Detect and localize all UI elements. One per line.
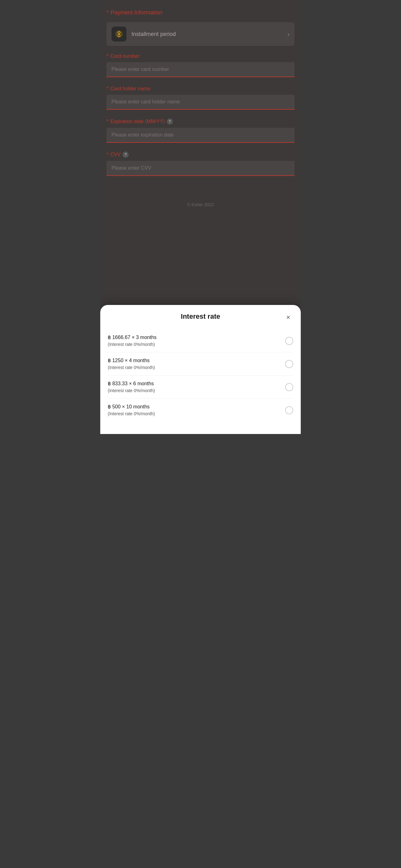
card-number-label: * Card number [106, 54, 295, 59]
close-button[interactable]: × [283, 312, 293, 322]
cvv-label: * CVV ? [106, 152, 295, 158]
bottom-sheet: Interest rate × ฿ 1666.67 × 3 months (In… [100, 305, 301, 434]
interest-option-3-amount: ฿ 833.33 × 6 months [108, 380, 155, 388]
section-title: * Payment Information [106, 9, 295, 16]
card-holder-section: * Card holder name [106, 86, 295, 117]
cvv-section: * CVV ? [106, 152, 295, 183]
card-number-section: * Card number [106, 54, 295, 85]
expiration-label-text: Expiration date (MM/YY) [110, 119, 165, 124]
section-title-text: Payment Information [110, 9, 162, 16]
interest-option-2-radio[interactable] [285, 360, 293, 368]
interest-option-4-amount: ฿ 500 × 10 months [108, 403, 155, 410]
cvv-input[interactable] [106, 161, 295, 176]
required-asterisk-exp: * [106, 119, 108, 124]
expiration-label: * Expiration date (MM/YY) ? [106, 118, 295, 125]
interest-option-4-text: ฿ 500 × 10 months (Interest rate 0%/mont… [108, 403, 155, 417]
expiration-input[interactable] [106, 128, 295, 143]
interest-option-2[interactable]: ฿ 1250 × 4 months (Interest rate 0%/mont… [108, 352, 293, 376]
interest-option-3-detail: (Interest rate 0%/month) [108, 388, 155, 394]
copyright-text: © Ksher 2022 [106, 202, 295, 220]
expiration-section: * Expiration date (MM/YY) ? [106, 118, 295, 150]
card-number-input[interactable] [106, 62, 295, 77]
card-holder-label: * Card holder name [106, 86, 295, 92]
card-number-label-text: Card number [110, 54, 139, 59]
card-holder-input[interactable] [106, 95, 295, 110]
card-holder-label-text: Card holder name [110, 86, 150, 92]
bottom-sheet-header: Interest rate × [108, 312, 293, 320]
interest-option-1-amount: ฿ 1666.67 × 3 months [108, 334, 157, 341]
required-asterisk: * [106, 9, 109, 16]
interest-option-1-radio[interactable] [285, 337, 293, 345]
interest-option-4-detail: (Interest rate 0%/month) [108, 410, 155, 417]
required-asterisk-cvv: * [106, 152, 108, 157]
interest-option-4[interactable]: ฿ 500 × 10 months (Interest rate 0%/mont… [108, 399, 293, 422]
interest-option-2-detail: (Interest rate 0%/month) [108, 364, 155, 371]
installment-period-row[interactable]: Installment period › [106, 22, 295, 46]
interest-option-3[interactable]: ฿ 833.33 × 6 months (Interest rate 0%/mo… [108, 376, 293, 399]
bottom-sheet-title: Interest rate [181, 312, 220, 320]
interest-option-1-detail: (Interest rate 0%/month) [108, 341, 157, 348]
required-asterisk-card: * [106, 54, 108, 59]
cvv-label-text: CVV [110, 152, 121, 157]
interest-option-2-text: ฿ 1250 × 4 months (Interest rate 0%/mont… [108, 357, 155, 371]
interest-option-3-text: ฿ 833.33 × 6 months (Interest rate 0%/mo… [108, 380, 155, 394]
installment-icon [111, 27, 127, 41]
svg-point-0 [118, 33, 120, 35]
interest-option-3-radio[interactable] [285, 383, 293, 391]
installment-label: Installment period [132, 31, 287, 37]
interest-option-1[interactable]: ฿ 1666.67 × 3 months (Interest rate 0%/m… [108, 329, 293, 352]
interest-option-4-radio[interactable] [285, 406, 293, 414]
expiration-help-icon[interactable]: ? [167, 118, 173, 125]
interest-option-2-amount: ฿ 1250 × 4 months [108, 357, 155, 364]
page-background: * Payment Information Installment period… [100, 0, 301, 328]
required-asterisk-holder: * [106, 86, 108, 92]
interest-option-1-text: ฿ 1666.67 × 3 months (Interest rate 0%/m… [108, 334, 157, 348]
cvv-help-icon[interactable]: ? [123, 152, 129, 158]
chevron-right-icon: › [287, 31, 290, 38]
